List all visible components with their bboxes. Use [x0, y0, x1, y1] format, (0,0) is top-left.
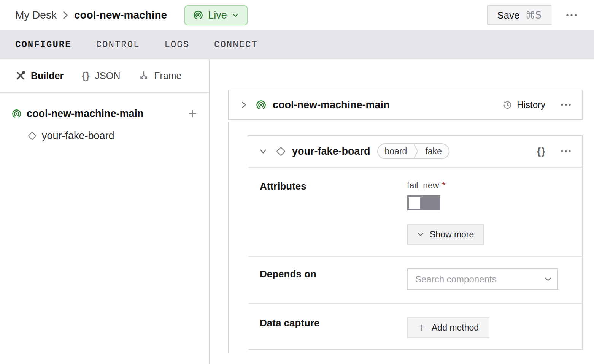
component-collapse-button[interactable]: [259, 147, 267, 155]
config-panel: cool-new-machine-main History: [210, 59, 594, 364]
save-button[interactable]: Save ⌘S: [487, 5, 551, 25]
component-card-title: your-fake-board: [292, 146, 370, 157]
part-expand-button[interactable]: [240, 101, 248, 109]
plus-icon: [187, 109, 197, 119]
component-card: your-fake-board board fake {}: [248, 135, 583, 350]
tab-connect[interactable]: CONNECT: [214, 37, 258, 52]
attribute-field-label: fail_new*: [407, 180, 570, 191]
part-menu-button[interactable]: [561, 103, 571, 107]
show-more-button[interactable]: Show more: [407, 224, 484, 245]
required-marker: *: [442, 180, 445, 190]
ellipsis-icon: [561, 103, 571, 107]
machine-tree: cool-new-machine-main your-fake-board: [0, 93, 209, 146]
mode-label-json: JSON: [95, 70, 121, 81]
tree-component-name: your-fake-board: [42, 130, 114, 142]
frame-axes-icon: [138, 70, 149, 81]
mode-tab-json[interactable]: {} JSON: [82, 70, 120, 81]
ellipsis-icon: [561, 149, 571, 153]
toggle-knob: [409, 197, 420, 209]
add-method-button[interactable]: Add method: [407, 317, 489, 338]
chevron-right-icon: [240, 101, 248, 109]
depends-on-select[interactable]: Search components: [407, 268, 558, 290]
broadcast-icon: [256, 100, 267, 111]
tab-control[interactable]: CONTROL: [96, 37, 140, 52]
show-more-label: Show more: [430, 229, 474, 240]
ellipsis-icon: [566, 13, 577, 17]
header: My Desk cool-new-machine Live Save ⌘S: [0, 0, 594, 30]
tab-configure[interactable]: CONFIGURE: [15, 37, 71, 52]
sidebar: Builder {} JSON Frame: [0, 59, 210, 364]
chevron-down-icon: [259, 147, 267, 155]
history-button[interactable]: History: [502, 100, 545, 110]
add-component-button[interactable]: [187, 109, 197, 119]
part-card: cool-new-machine-main History: [228, 90, 583, 120]
part-card-title: cool-new-machine-main: [273, 99, 390, 111]
diamond-icon: [276, 146, 286, 157]
chevron-down-icon: [232, 11, 239, 19]
badge-model: fake: [418, 144, 448, 158]
machine-status-dropdown[interactable]: Live: [184, 5, 248, 25]
depends-on-label: Depends on: [260, 268, 407, 291]
badge-type: board: [378, 144, 414, 158]
data-capture-label: Data capture: [260, 317, 407, 337]
component-menu-button[interactable]: [561, 149, 571, 153]
component-card-header: your-fake-board board fake {}: [248, 136, 582, 167]
depends-on-section: Depends on Search components: [248, 256, 582, 303]
add-method-label: Add method: [432, 323, 479, 333]
machine-menu-button[interactable]: [566, 13, 577, 17]
tree-indent-line: [228, 122, 229, 353]
mode-label-builder: Builder: [31, 70, 64, 81]
field-name: fail_new: [407, 180, 439, 190]
chevron-down-icon: [417, 231, 424, 238]
badge-separator-icon: [414, 144, 418, 158]
attributes-label: Attributes: [260, 180, 407, 245]
component-type-badge: board fake: [377, 143, 449, 159]
broadcast-icon: [11, 109, 22, 119]
data-capture-section: Data capture Add method: [248, 303, 582, 351]
history-label: History: [517, 100, 545, 110]
depends-on-placeholder: Search components: [415, 274, 544, 285]
tools-icon: [15, 70, 26, 81]
tree-item-part[interactable]: cool-new-machine-main: [11, 103, 209, 124]
config-mode-tabs: Builder {} JSON Frame: [0, 59, 209, 93]
tree-part-name: cool-new-machine-main: [27, 108, 144, 120]
live-label: Live: [208, 9, 227, 21]
app: My Desk cool-new-machine Live Save ⌘S: [0, 0, 594, 364]
history-icon: [502, 100, 512, 110]
broadcast-icon: [193, 10, 203, 21]
component-json-button[interactable]: {}: [537, 146, 546, 157]
tab-logs[interactable]: LOGS: [164, 37, 189, 52]
braces-icon: {}: [82, 70, 90, 81]
mode-tab-frame[interactable]: Frame: [138, 70, 181, 81]
chevron-right-icon: [62, 10, 69, 20]
attributes-section: Attributes fail_new* Show more: [248, 167, 582, 256]
diamond-icon: [27, 131, 37, 141]
plus-icon: [418, 324, 426, 332]
mode-label-frame: Frame: [154, 70, 181, 81]
fail-new-toggle[interactable]: [407, 195, 440, 210]
content: Builder {} JSON Frame: [0, 59, 594, 364]
tree-item-component[interactable]: your-fake-board: [27, 125, 209, 146]
mode-tab-builder[interactable]: Builder: [15, 70, 64, 81]
chevron-down-icon: [544, 275, 552, 283]
primary-tabbar: CONFIGURE CONTROL LOGS CONNECT: [0, 30, 594, 59]
save-label: Save: [497, 9, 519, 21]
breadcrumb: My Desk cool-new-machine: [15, 9, 167, 21]
breadcrumb-root-link[interactable]: My Desk: [15, 9, 57, 21]
save-shortcut: ⌘S: [525, 9, 542, 21]
breadcrumb-current: cool-new-machine: [74, 9, 167, 21]
